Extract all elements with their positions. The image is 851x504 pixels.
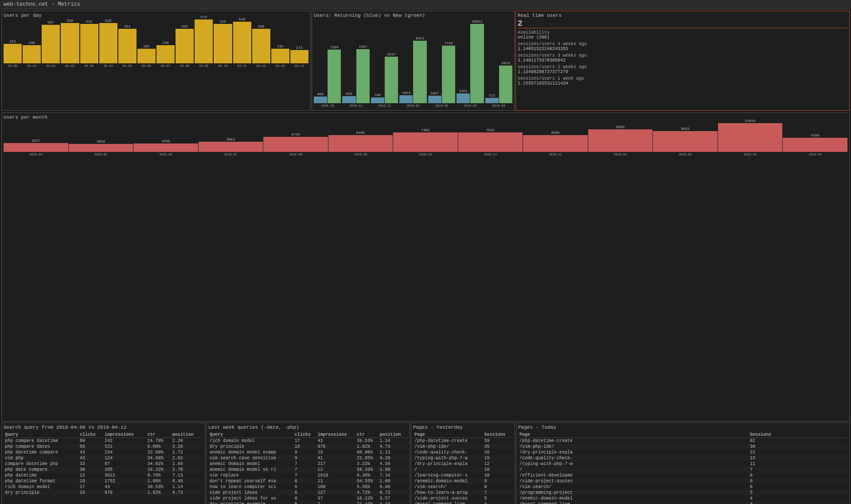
left-bottom: Search query from 2019-04-06 to 2019-04-… — [1, 423, 205, 504]
sessions2w-value: 1.13499298737377279 — [518, 70, 847, 74]
users-per-month-chart: 33272018-0430592018-0532662018-063953201… — [4, 122, 847, 157]
returning-bar-col: 78662572018-12 — [371, 52, 398, 108]
daily-bar-col: 50704-01 — [42, 20, 60, 68]
sq-col-query: Query — [4, 432, 78, 438]
daily-bar-col: 25303-30 — [4, 39, 22, 68]
monthly-bar-col: 33272018-04 — [4, 139, 68, 156]
table-row: /typing-with-php-7-w15 — [413, 455, 513, 461]
table-row: /efficient-developme6 — [518, 473, 847, 478]
last-week-table: Query clicks impressions ctr position ri… — [208, 432, 408, 504]
table-row: /vim-search/8 — [413, 484, 513, 490]
bottom-section: Search query from 2019-04-06 to 2019-04-… — [1, 423, 850, 504]
daily-bar-col: 52804-02 — [61, 19, 79, 68]
table-row: /mysql-command-line-4 — [518, 501, 847, 504]
daily-bar-col: 24003-31 — [23, 41, 41, 68]
table-row: /anemic-domain-model9 — [413, 478, 513, 484]
py-col-page: Page — [413, 432, 483, 438]
table-row: side project ideas61274.72%8.72 — [208, 490, 408, 496]
table-row: anemic domain model examp91560.00%1.13 — [208, 450, 408, 455]
table-row: compare datetime php339734.02%1.69 — [4, 461, 203, 467]
table-row: /php-datetime-create62 — [518, 438, 847, 444]
sq-col-impressions: impressions — [103, 432, 146, 438]
table-row: vim search case sensitive94121.95%4.29 — [208, 455, 408, 461]
daily-bar-col: 45004-12 — [252, 24, 270, 68]
availability-value: online (200) — [518, 35, 847, 40]
table-row: /dry-principle-expla12 — [413, 461, 513, 467]
search-query-title: Search query from 2019-04-06 to 2019-04-… — [4, 425, 203, 430]
table-row: dry principle168781.82%4.73 — [4, 490, 203, 496]
realtime-title: Real time users — [518, 13, 847, 18]
table-row: php datetime2330210.76%7.13 — [4, 473, 203, 478]
daily-bar-col: 57304-09 — [195, 15, 213, 68]
monthly-bar-col: 110142019-03 — [718, 119, 783, 156]
returning-bar-col: 100777252019-02 — [428, 41, 455, 108]
table-row: dry principle168781.82%4.73 — [208, 444, 408, 450]
daily-bar-col: 45504-08 — [176, 24, 194, 68]
monthly-bar-col: 30592018-05 — [69, 140, 133, 156]
table-row: /code-quality-check-26 — [413, 450, 513, 455]
pt-col-sessions: Sessions — [749, 432, 847, 438]
sessions3w-value: 1.1401175378305042 — [518, 58, 847, 63]
table-row: /side-project-succes5 — [413, 496, 513, 501]
table-row: /code-quality-check-15 — [518, 455, 847, 461]
search-query-panel: Search query from 2019-04-06 to 2019-04-… — [1, 423, 205, 504]
sessions4w-value: 1.14051522248243355 — [518, 47, 847, 51]
realtime-value: 2 — [518, 19, 847, 28]
table-row: /vim-php-ide/35 — [413, 444, 513, 450]
last-week-panel: Last week queries (-date, -php) Query cl… — [206, 423, 410, 504]
table-row: php datetime format1917521.08%6.46 — [4, 478, 203, 484]
returning-bar-col: 105384132019-01 — [399, 36, 426, 108]
lw-col-impressions: impressions — [316, 432, 355, 438]
daily-bar-col: 19304-06 — [137, 44, 156, 68]
search-query-table: Query clicks impressions ctr position ph… — [4, 432, 203, 496]
table-row: /vim-php-ide/30 — [518, 444, 847, 450]
daily-bar-col: 54804-11 — [233, 17, 251, 68]
table-row: /10 — [413, 467, 513, 473]
monthly-bar-col: 74552018-10 — [393, 128, 458, 156]
returning-bar-col: 86572042018-10 — [314, 45, 341, 108]
table-row: vim php4312434.68%2.82 — [4, 455, 203, 461]
users-per-month-panel: Users per month 33272018-0430592018-0532… — [1, 112, 850, 422]
lw-col-ctr: ctr — [355, 432, 379, 438]
monthly-bar-col: 86832019-01 — [588, 125, 653, 156]
table-row: dry principle example5771.43%1.43 — [208, 501, 408, 504]
users-returning-title: Users: Returning (blue) vs New (green) — [314, 13, 512, 18]
pages-today-panel: Pages - Today Page Sessions /php-datetim… — [516, 423, 850, 504]
table-row: anemic domain model vs ri71258.33%1.00 — [208, 467, 408, 473]
table-row: /dry-principle-expla21 — [518, 450, 847, 455]
py-col-sessions: Sessions — [483, 432, 513, 438]
daily-bar-col: 52904-04 — [99, 19, 117, 68]
table-row: /programming-project5 — [518, 490, 847, 496]
table-row: /mysql-command-line-4 — [413, 501, 513, 504]
daily-bar-col: 19204-13 — [271, 44, 289, 68]
page-title: web-techno.net - Metrics — [4, 1, 80, 8]
monthly-bar-col: 57242018-08 — [263, 132, 328, 156]
pages-today-table: Page Sessions /php-datetime-create62/vim… — [518, 432, 847, 504]
pages-yesterday-panel: Pages - Yesterday Page Sessions /php-dat… — [411, 423, 515, 504]
table-row: /side-project-succes6 — [518, 478, 847, 484]
monthly-bar-col: 64952018-09 — [328, 131, 393, 156]
pages-yesterday-table: Page Sessions /php-datetime-create59/vim… — [413, 432, 513, 504]
daily-bar-col: 17204-14 — [290, 46, 308, 68]
monthly-bar-col: 53842019-04 — [783, 133, 847, 156]
table-row: /how-to-learn-a-prog7 — [413, 490, 513, 496]
monthly-bar-col: 32662018-06 — [133, 139, 198, 156]
table-row: php compare datetime6024224.79%2.20 — [4, 438, 203, 444]
last-week-title: Last week queries (-date, -php) — [208, 425, 408, 430]
users-returning-panel: Users: Returning (blue) vs New (green) 8… — [312, 11, 515, 111]
title-bar: web-techno.net - Metrics — [0, 0, 851, 9]
table-row: /vim-search/6 — [518, 484, 847, 490]
table-row: anemic domain model72173.23%4.59 — [208, 461, 408, 467]
returning-bar-col: 1321106522019-03 — [457, 19, 484, 108]
table-row: vim replace719180.36%7.16 — [208, 473, 408, 478]
daily-bar-col: 51604-10 — [214, 19, 232, 68]
sq-col-clicks: clicks — [78, 432, 103, 438]
sessions2w-label: sessions/users 2 weeks ago — [518, 65, 847, 70]
monthly-bar-col: 75312018-11 — [458, 128, 523, 156]
table-row: rich domain model174339.53%1.14 — [208, 438, 408, 444]
table-row: php date compare3018516.22%2.70 — [4, 467, 203, 473]
monthly-bar-col: 65062018-12 — [523, 131, 588, 156]
table-row: /anemic-domain-model4 — [518, 496, 847, 501]
table-row: side project ideas for so63716.22%3.57 — [208, 496, 408, 501]
users-per-day-chart: 25303-3024003-3150704-0152804-0251504-03… — [4, 20, 308, 69]
